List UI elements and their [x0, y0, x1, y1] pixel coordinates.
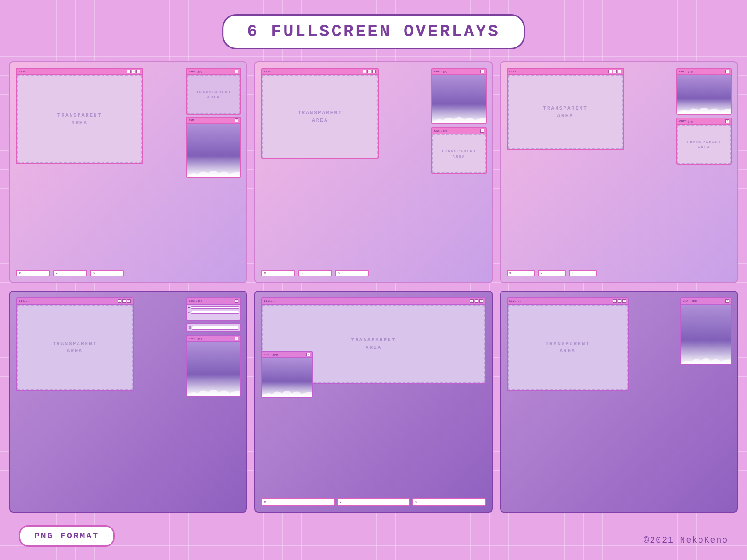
cam-inner-3 [677, 75, 731, 114]
chat-label-1: CHAT.jpg [189, 70, 202, 73]
bar-dollar-5: $ [412, 498, 485, 506]
transparent-label-main-5: TRANSPARENTAREA [351, 337, 396, 351]
live-label-2: LIVE... [264, 70, 276, 73]
copyright-text: ©2021 NekoKeno [644, 536, 728, 545]
transparent-area-main-2: TRANSPARENTAREA [262, 75, 378, 158]
win-btn-close-2[interactable]: × [372, 70, 376, 73]
title-text: 6 FULLSCREEN OVERLAYS [247, 22, 500, 41]
cloud-svg-1 [187, 167, 240, 177]
chat-btn-1[interactable]: × [235, 70, 238, 73]
bar-star-3: ★ [538, 270, 566, 276]
bar-heart-3: ♥ [507, 270, 535, 276]
chat-window-3: CHAT.jpg × [676, 68, 732, 115]
png-format-text: PNG FORMAT [34, 531, 99, 541]
transparent-area-cam-2b: TRANSPARENTAREA [432, 134, 486, 173]
overlay-card-5: LIVE... _ □ × TRANSPARENTAREA CHAT.jpg × [254, 291, 492, 513]
bar-star-5: ★ [337, 498, 410, 506]
transparent-area-cam-3b: TRANSPARENTAREA [677, 125, 731, 164]
transparent-area-chat-1: TRANSPARENTAREA [187, 75, 240, 114]
bar-dollar-1: $ [90, 270, 124, 276]
page-title: 6 FULLSCREEN OVERLAYS [222, 14, 525, 49]
main-window-6: LIVE... _ □ × TRANSPARENTAREA [507, 297, 629, 391]
cam-window-6: CHAT.jpg × [680, 297, 732, 365]
overlays-grid: LIVE... _ □ × TRANSPARENTAREA CHAT.jpg × [9, 61, 738, 513]
main-window-2: LIVE... _ □ × TRANSPARENTAREA [261, 68, 379, 159]
live-label-5: LIVE... [264, 300, 276, 303]
win-btn-max-2[interactable]: □ [367, 70, 371, 73]
transparent-label-main-4: TRANSPARENTAREA [53, 340, 97, 355]
main-window-4: LIVE... _ □ × TRANSPARENTAREA [16, 297, 134, 391]
chat-window-2: CHAT.jpg × [431, 68, 487, 124]
overlay-card-6: LIVE... _ □ × TRANSPARENTAREA CHAT.jpg × [500, 291, 738, 513]
live-label-4: LIVE... [19, 300, 31, 303]
cam-btn-1[interactable]: × [235, 118, 238, 122]
transparent-label-chat-1: TRANSPARENTAREA [196, 89, 231, 100]
win-btn-min-1[interactable]: _ [127, 70, 131, 73]
cloud-svg-3 [677, 104, 731, 114]
png-format-badge: PNG FORMAT [19, 525, 115, 547]
cam-inner-2 [432, 75, 486, 123]
transparent-area-main-1: TRANSPARENTAREA [17, 75, 142, 163]
overlay-card-1: LIVE... _ □ × TRANSPARENTAREA CHAT.jpg × [9, 61, 247, 283]
cam-inner-1 [187, 124, 240, 177]
live-label-1: LIVE... [19, 70, 31, 73]
transparent-label-main-6: TRANSPARENTAREA [545, 340, 590, 355]
cam-window-3b: CHAT.jpg × TRANSPARENTAREA [676, 118, 732, 165]
cam-inner-5 [262, 358, 312, 397]
transparent-label-main-2: TRANSPARENTAREA [298, 110, 342, 124]
transparent-label-cam-3b: TRANSPARENTAREA [687, 139, 722, 150]
bar-dollar-2: $ [335, 270, 369, 276]
bar-star-1: ★ [53, 270, 87, 276]
bar-heart-1: ♥ [16, 270, 50, 276]
win-btn-min-2[interactable]: _ [363, 70, 366, 73]
bottom-bars-5: ♥ ★ $ [261, 498, 485, 506]
bar-star-2: ★ [298, 270, 332, 276]
main-window-1: LIVE... _ □ × TRANSPARENTAREA [16, 68, 143, 164]
win-btn-max-1[interactable]: □ [132, 70, 135, 73]
cam-window-2b: CHAT.jpg × TRANSPARENTAREA [431, 127, 487, 174]
cam-inner-6 [681, 305, 731, 364]
cam-window-4: CHAT.jpg × [186, 335, 241, 397]
cam-inner-4 [187, 342, 240, 396]
transparent-area-main-4: TRANSPARENTAREA [17, 305, 133, 390]
side-panel-4: CHAT.jpg × ♥ ★ [186, 297, 241, 321]
main-window-3: LIVE... _ □ × TRANSPARENTAREA [507, 68, 624, 150]
win-btn-close-1[interactable]: × [136, 70, 140, 73]
bar-heart-5: ♥ [261, 498, 334, 506]
transparent-label-cam-2b: TRANSPARENTAREA [441, 149, 477, 159]
chat-window-1: CHAT.jpg × TRANSPARENTAREA [186, 68, 241, 115]
overlay-card-3: LIVE... _ □ × TRANSPARENTAREA CHAT.jpg × [500, 61, 738, 283]
transparent-area-main-6: TRANSPARENTAREA [508, 305, 628, 390]
transparent-label-main-1: TRANSPARENTAREA [57, 112, 102, 126]
overlay-card-2: LIVE... _ □ × TRANSPARENTAREA CHAT.jpg × [254, 61, 492, 283]
transparent-label-main-3: TRANSPARENTAREA [543, 105, 588, 119]
transparent-area-main-3: TRANSPARENTAREA [508, 75, 623, 149]
cam-window-5: CHAT.jpg × [261, 351, 313, 398]
cloud-svg-2a [432, 114, 486, 123]
bar-heart-2: ♥ [261, 270, 295, 276]
dollar-panel-4: $ [186, 323, 241, 332]
cam-window-1: CAM × [186, 117, 241, 178]
overlay-card-4: LIVE... _ □ × TRANSPARENTAREA CHAT.jpg × [9, 291, 247, 513]
bar-dollar-3: $ [569, 270, 597, 276]
live-label-6: LIVE... [509, 300, 521, 303]
live-label-3: LIVE... [509, 70, 521, 73]
